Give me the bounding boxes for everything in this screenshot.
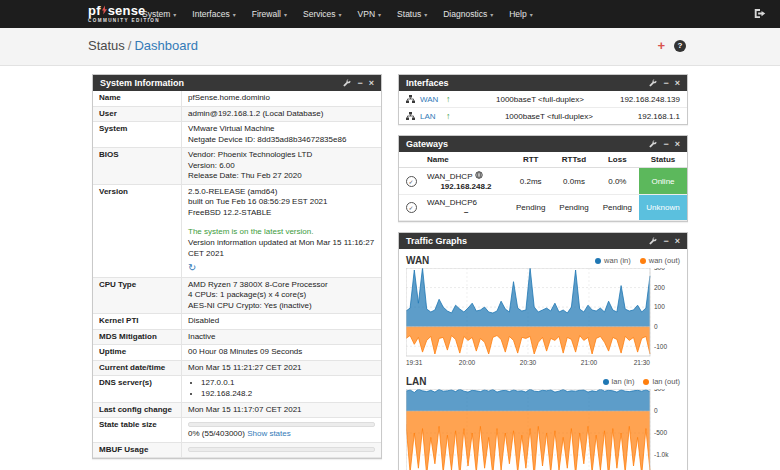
row-label: Version	[93, 184, 182, 277]
nav-item-label: VPN	[358, 9, 375, 19]
system-information-rows: NamepfSense.home.dominioUseradmin@192.16…	[93, 91, 381, 458]
row-value: admin@192.168.1.2 (Local Database)	[182, 106, 382, 122]
interface-link-lan[interactable]: LAN	[420, 112, 446, 121]
nav-item-interfaces[interactable]: Interfaces▾	[184, 9, 243, 19]
wrench-icon[interactable]	[649, 79, 657, 87]
value-line: FreeBSD 12.2-STABLE	[188, 208, 375, 219]
show-states-link[interactable]: Show states	[247, 429, 291, 438]
row-label: Name	[93, 91, 182, 106]
gateways-header-row: NameRTTRTTsdLossStatus	[399, 152, 687, 168]
gateway-name-text: WAN_DHCP6	[427, 198, 477, 207]
value-line: pfSense.home.dominio	[188, 93, 375, 104]
left-column: System Information − × NamepfSense.home.…	[92, 74, 382, 469]
sysinfo-row: DNS server(s)127.0.0.1192.168.248.2	[93, 376, 381, 402]
svg-text:-100: -100	[654, 343, 667, 350]
gateway-name-cell: WAN_DHCP192.168.248.2	[423, 168, 509, 195]
refresh-version-icon[interactable]: ↻	[188, 261, 196, 274]
gateway-name-cell: WAN_DHCP6~	[423, 195, 509, 221]
gateway-address: ~	[427, 208, 505, 217]
svg-text:21:30: 21:30	[634, 359, 651, 366]
nav-item-vpn[interactable]: VPN▾	[350, 9, 390, 19]
check-circle-icon: ✓	[406, 202, 417, 213]
interface-row-wan: WAN↑1000baseT <full-duplex>192.168.248.1…	[399, 91, 687, 108]
bolt-icon	[102, 4, 107, 17]
breadcrumb: Status/Dashboard	[88, 38, 198, 53]
value-line: Vendor: Phoenix Technologies LTD	[188, 150, 375, 161]
close-icon[interactable]: ×	[675, 237, 680, 246]
nav-item-label: Services	[303, 9, 336, 19]
row-label: BIOS	[93, 148, 182, 185]
close-icon[interactable]: ×	[369, 79, 374, 88]
nav-item-label: Status	[397, 9, 421, 19]
legend-item: wan (in)	[595, 256, 631, 265]
panel-icons: − ×	[649, 237, 680, 246]
close-icon[interactable]: ×	[675, 79, 680, 88]
minus-icon[interactable]: −	[663, 140, 668, 149]
nav-item-diagnostics[interactable]: Diagnostics▾	[435, 9, 501, 19]
breadcrumb-separator: /	[128, 38, 132, 53]
gateways-table: NameRTTRTTsdLossStatus ✓WAN_DHCP192.168.…	[399, 152, 687, 221]
value-line: Inactive	[188, 332, 375, 343]
legend-item: lan (in)	[603, 377, 635, 386]
gateway-status-badge: Unknown	[639, 195, 687, 221]
row-label: MBUF Usage	[93, 442, 182, 458]
nav-item-help[interactable]: Help▾	[501, 9, 541, 19]
network-icon	[406, 95, 415, 103]
minus-icon[interactable]: −	[663, 237, 668, 246]
panel-icons: − ×	[343, 79, 374, 88]
check-circle-icon: ✓	[406, 176, 417, 187]
row-value: Mon Mar 15 11:21:27 CET 2021	[182, 360, 382, 376]
close-icon[interactable]: ×	[675, 140, 680, 149]
panel-title: Traffic Graphs	[406, 236, 649, 246]
status-up-icon: ↑	[446, 111, 460, 121]
row-value: Disabled	[182, 314, 382, 330]
wrench-icon[interactable]	[649, 140, 657, 148]
dns-server: 127.0.0.1	[201, 378, 375, 389]
gateway-name: WAN_DHCP6	[427, 198, 505, 207]
row-label: State table size	[93, 418, 182, 443]
gateway-name: WAN_DHCP	[427, 171, 505, 181]
row-value: Vendor: Phoenix Technologies LTDVersion:…	[182, 148, 382, 185]
wrench-icon[interactable]	[343, 79, 351, 87]
latest-version-text: The system is on the latest version.	[188, 227, 375, 238]
nav-item-services[interactable]: Services▾	[295, 9, 350, 19]
breadcrumb-bar: Status/Dashboard + ?	[0, 28, 780, 66]
help-icon[interactable]: ?	[674, 40, 686, 52]
minus-icon[interactable]: −	[357, 79, 362, 88]
pfsense-dashboard-page: { "ui": { "icons": { "minus": "−", "clos…	[0, 0, 780, 470]
interfaces-panel: Interfaces − × WAN↑1000baseT <full-duple…	[398, 74, 688, 125]
chevron-down-icon: ▾	[339, 11, 342, 18]
row-value: 00 Hour 08 Minutes 09 Seconds	[182, 345, 382, 361]
value-line: 4 CPUs: 1 package(s) x 4 core(s)	[188, 290, 375, 301]
traffic-chart-wan: 3002001000-10019:3120:0020:3021:0021:30	[406, 268, 682, 372]
interfaces-header: Interfaces − ×	[399, 75, 687, 91]
wrench-icon[interactable]	[649, 237, 657, 245]
gateways-column-name: Name	[423, 152, 509, 168]
value-line: Netgate Device ID: 8dd35ad8b34672835e86	[188, 135, 375, 146]
network-icon	[406, 112, 415, 120]
nav-item-label: Help	[509, 9, 526, 19]
gateway-status-cell-icon: ✓	[399, 168, 423, 195]
traffic-chart-lan: 5000-500-1.0k-1.5k19:3120:0020:3021:0021…	[406, 389, 682, 470]
nav-item-status[interactable]: Status▾	[389, 9, 435, 19]
status-up-icon: ↑	[446, 94, 460, 104]
logout-icon[interactable]	[754, 8, 766, 19]
nav-item-label: System	[142, 9, 170, 19]
add-widget-icon[interactable]: +	[657, 39, 665, 52]
nav-item-label: Interfaces	[192, 9, 229, 19]
sysinfo-row: Version2.5.0-RELEASE (amd64)built on Tue…	[93, 184, 381, 277]
nav-item-firewall[interactable]: Firewall▾	[244, 9, 295, 19]
sysinfo-row: NamepfSense.home.dominio	[93, 91, 381, 106]
minus-icon[interactable]: −	[663, 79, 668, 88]
value-line: 2.5.0-RELEASE (amd64)	[188, 187, 375, 198]
interface-link-wan[interactable]: WAN	[420, 95, 446, 104]
nav-item-system[interactable]: System▾	[134, 9, 184, 19]
legend-label: wan (out)	[649, 256, 680, 265]
gateway-name-text: WAN_DHCP	[427, 172, 472, 181]
value-line: 00 Hour 08 Minutes 09 Seconds	[188, 347, 375, 358]
globe-icon	[475, 171, 483, 181]
chevron-down-icon: ▾	[173, 11, 176, 18]
top-navbar: pf sense COMMUNITY EDITION System▾Interf…	[0, 0, 780, 28]
graph-head: WANwan (in)wan (out)	[406, 255, 680, 266]
nav-item-label: Diagnostics	[443, 9, 487, 19]
